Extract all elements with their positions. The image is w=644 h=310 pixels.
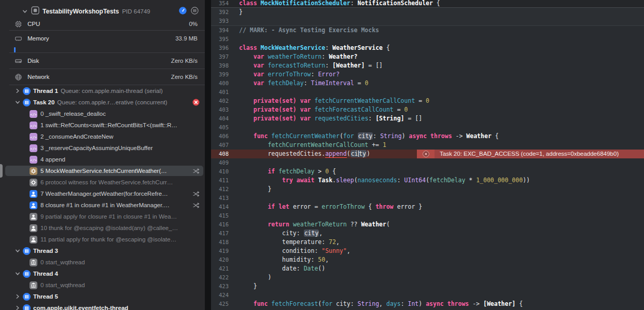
gauge-row-memory[interactable]: Memory33.9 MB: [0, 31, 205, 46]
line-number[interactable]: 410: [211, 167, 229, 176]
bank-icon: [30, 259, 37, 266]
stack-frame-row[interactable]: 6 protocol witness for WeatherService.fe…: [0, 177, 205, 188]
stack-frame-row[interactable]: </>0 _swift_release_dealloc: [0, 108, 205, 119]
thread-row[interactable]: Thread 3: [0, 245, 205, 257]
pane-divider[interactable]: [205, 0, 211, 310]
thread-row[interactable]: Thread 5: [0, 291, 205, 302]
thread-row[interactable]: Thread 1Queue: com.apple.main-thread (se…: [0, 85, 205, 97]
gear-icon: [30, 167, 37, 175]
code-text: condition: "Sunny",: [239, 247, 351, 255]
thread-view-toggle-icon[interactable]: [191, 7, 199, 17]
frame-label: 6 protocol witness for WeatherService.fe…: [40, 179, 205, 185]
line-number[interactable]: 401: [211, 88, 229, 97]
code-line: 413: [211, 194, 644, 203]
crash-annotation[interactable]: Task 20: EXC_BAD_ACCESS (code=1, address…: [417, 150, 644, 158]
code-text: var errorToThrow: Error?: [239, 70, 340, 79]
line-number[interactable]: 399: [211, 70, 229, 79]
chevron-right-icon[interactable]: [15, 305, 21, 310]
line-number[interactable]: 422: [211, 273, 229, 282]
svg-text:</>: </>: [30, 158, 37, 162]
chevron-right-icon[interactable]: [15, 293, 21, 300]
line-number[interactable]: 406: [211, 132, 229, 141]
line-number[interactable]: 421: [211, 264, 229, 273]
stack-frame-row[interactable]: 11 partial apply for thunk for @escaping…: [0, 234, 205, 245]
line-number[interactable]: 408: [211, 150, 229, 158]
async-trace-icon[interactable]: [192, 167, 200, 175]
stack-frame-row[interactable]: 0 start_wqthread: [0, 279, 205, 291]
highlighted-token: city: [358, 132, 373, 140]
line-number[interactable]: 395: [211, 35, 229, 44]
cpu-icon: [15, 20, 22, 28]
frame-label: 7 WeatherManager.getWeather(for:forceRef…: [40, 191, 192, 197]
stack-frame-row[interactable]: </>1 swift::RefCounts<swift::RefCountBit…: [0, 119, 205, 131]
line-number[interactable]: 416: [211, 220, 229, 229]
gauge-label: Memory: [27, 35, 49, 42]
gauge-row-network[interactable]: NetworkZero KB/s: [0, 69, 205, 85]
line-number[interactable]: 415: [211, 211, 229, 220]
chevron-down-icon[interactable]: [15, 271, 21, 277]
line-number[interactable]: 392: [211, 8, 229, 17]
chevron-down-icon[interactable]: [15, 248, 21, 254]
stack-frame-row[interactable]: 8 closure #1 in closure #1 in WeatherMan…: [0, 199, 205, 211]
stack-frame-row[interactable]: </>3 _reserveCapacityAssumingUniqueBuffe…: [0, 142, 205, 154]
line-number[interactable]: 425: [211, 300, 229, 308]
thread-icon: [23, 270, 31, 278]
sidebar-scrollbar[interactable]: [0, 164, 3, 178]
code-text: class MockWeatherService: WeatherService…: [239, 44, 390, 52]
line-number[interactable]: 407: [211, 141, 229, 150]
line-number[interactable]: 409: [211, 158, 229, 167]
gauge-row-cpu[interactable]: CPU0%: [0, 18, 205, 30]
chevron-down-icon[interactable]: [22, 8, 28, 15]
line-number[interactable]: 424: [211, 291, 229, 300]
line-number[interactable]: 393: [211, 17, 229, 25]
code-line: 393: [211, 17, 644, 26]
chevron-down-icon[interactable]: [15, 99, 21, 105]
stack-frame-row[interactable]: 10 thunk for @escaping @isolated(any) @c…: [0, 222, 205, 234]
line-number[interactable]: 400: [211, 79, 229, 88]
line-number[interactable]: 419: [211, 247, 229, 255]
line-number[interactable]: 402: [211, 97, 229, 105]
stack-frame-row[interactable]: </>2 _consumeAndCreateNew: [0, 131, 205, 142]
line-number[interactable]: 412: [211, 185, 229, 194]
code-line: 417 city: city,: [211, 229, 644, 238]
line-number[interactable]: 420: [211, 255, 229, 264]
line-number[interactable]: 413: [211, 194, 229, 203]
stack-frame-row[interactable]: 0 start_wqthread: [0, 257, 205, 268]
line-number[interactable]: 404: [211, 114, 229, 123]
line-number[interactable]: 423: [211, 282, 229, 291]
line-number[interactable]: 396: [211, 44, 229, 52]
line-number[interactable]: 397: [211, 52, 229, 61]
line-number[interactable]: 394: [211, 26, 229, 35]
thread-row[interactable]: Thread 4: [0, 268, 205, 279]
stack-frame-row[interactable]: 7 WeatherManager.getWeather(for:forceRef…: [0, 188, 205, 199]
line-number[interactable]: 354: [211, 0, 229, 7]
performance-gauge-icon[interactable]: [179, 7, 187, 17]
svg-text:</>: </>: [30, 146, 37, 151]
line-number[interactable]: 414: [211, 203, 229, 211]
stack-frame-row[interactable]: 5 MockWeatherService.fetchCurrentWeather…: [0, 165, 205, 177]
frame-label: 1 swift::RefCounts<swift::RefCountBitsT<…: [40, 122, 205, 128]
thread-row[interactable]: Task 20Queue: com.apple.r…erative (concu…: [0, 97, 205, 108]
stack-frame-row[interactable]: 9 partial apply for closure #1 in closur…: [0, 211, 205, 222]
gauge-row-disk[interactable]: DiskZero KB/s: [0, 53, 205, 69]
async-trace-icon[interactable]: [192, 190, 200, 198]
code-line: 400 var fetchDelay: TimeInterval = 0: [211, 79, 644, 88]
stack-frame-row[interactable]: </>4 append: [0, 154, 205, 165]
line-number[interactable]: 411: [211, 176, 229, 185]
thread-icon: [23, 99, 31, 106]
code-text: }: [239, 8, 243, 17]
code-text: return weatherToReturn ?? Weather(: [239, 220, 390, 229]
code-icon: </>: [30, 110, 37, 118]
line-number[interactable]: 418: [211, 238, 229, 247]
person-icon: [30, 224, 37, 232]
line-number[interactable]: 398: [211, 61, 229, 70]
line-number[interactable]: 417: [211, 229, 229, 238]
line-number[interactable]: 405: [211, 123, 229, 132]
async-trace-icon[interactable]: [192, 201, 200, 209]
line-number[interactable]: 403: [211, 105, 229, 114]
process-row[interactable]: TestabilityWorkshopTests PID 64749: [0, 5, 205, 18]
code-text: private(set) var fetchCurrentWeatherCall…: [239, 97, 429, 105]
chevron-right-icon[interactable]: [15, 88, 21, 94]
thread-row[interactable]: com.apple.uikit.eventfetch-thread: [0, 302, 205, 310]
code-line: 403 private(set) var fetchForecastCallCo…: [211, 105, 644, 114]
